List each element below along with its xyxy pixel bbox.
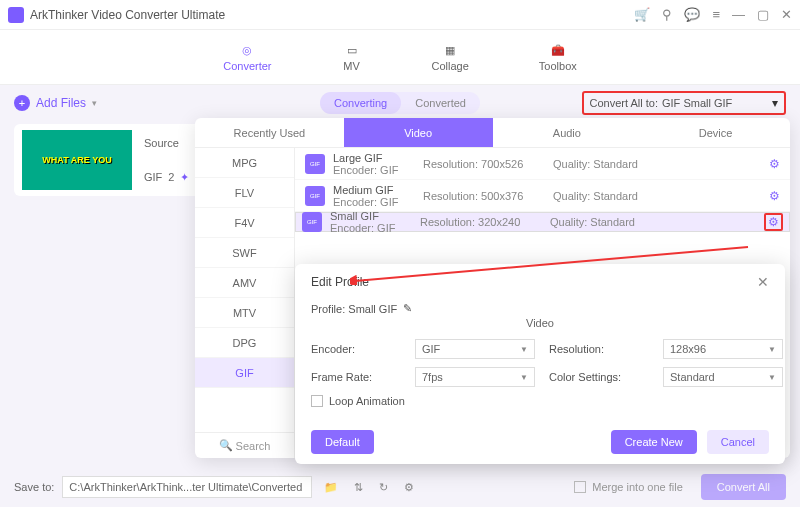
profile-label: Profile: [311, 303, 345, 315]
format-row[interactable]: GIF Large GIF Encoder: GIF Resolution: 7… [295, 148, 790, 180]
format-row-selected[interactable]: GIF Small GIF Encoder: GIF Resolution: 3… [295, 212, 790, 232]
chevron-down-icon: ▼ [520, 373, 528, 382]
format-row[interactable]: GIF Medium GIF Encoder: GIF Resolution: … [295, 180, 790, 212]
framerate-label: Frame Rate: [311, 371, 401, 383]
fmt-tab-audio[interactable]: Audio [493, 118, 642, 147]
option-icon[interactable]: ↻ [375, 481, 392, 494]
format-name: Small GIF [330, 210, 415, 222]
minimize-icon[interactable]: — [732, 7, 745, 22]
format-encoder: Encoder: GIF [330, 222, 420, 234]
convert-all-label: Convert All to: [590, 97, 658, 109]
format-encoder: Encoder: GIF [333, 164, 423, 176]
fmt-cat[interactable]: FLV [195, 178, 294, 208]
fmt-cat[interactable]: DPG [195, 328, 294, 358]
resolution-label: Resolution: [549, 343, 649, 355]
format-search[interactable]: 🔍 Search [195, 432, 294, 458]
tab-label: MV [343, 60, 360, 72]
fmt-tab-device[interactable]: Device [641, 118, 790, 147]
maximize-icon[interactable]: ▢ [757, 7, 769, 22]
key-icon[interactable]: ⚲ [662, 7, 672, 22]
default-button[interactable]: Default [311, 430, 374, 454]
star-icon[interactable]: ✦ [180, 171, 189, 184]
checkbox-icon [574, 481, 586, 493]
format-resolution: Resolution: 320x240 [420, 216, 550, 228]
format-name: Large GIF [333, 152, 418, 164]
converter-icon: ◎ [237, 42, 257, 58]
merge-label: Merge into one file [592, 481, 683, 493]
fmt-cat[interactable]: F4V [195, 208, 294, 238]
fmt-tab-recent[interactable]: Recently Used [195, 118, 344, 147]
source-label: Source [144, 137, 189, 149]
format-resolution: Resolution: 700x526 [423, 158, 553, 170]
search-label: Search [236, 440, 271, 452]
loop-label: Loop Animation [329, 395, 405, 407]
tab-mv[interactable]: ▭ MV [342, 30, 362, 84]
option-icon[interactable]: ⇅ [350, 481, 367, 494]
option-icon[interactable]: ⚙ [400, 481, 418, 494]
encoder-label: Encoder: [311, 343, 401, 355]
merge-checkbox[interactable]: Merge into one file [574, 481, 683, 493]
fmt-tab-video[interactable]: Video [344, 118, 493, 147]
gear-icon[interactable]: ⚙ [764, 213, 783, 231]
edit-profile-popup: Edit Profile ✕ Profile: Small GIF ✎ Vide… [295, 264, 785, 464]
save-path-value: C:\ArkThinker\ArkThink...ter Ultimate\Co… [69, 481, 302, 493]
format-badge: GIF [144, 171, 162, 183]
color-select[interactable]: Standard▼ [663, 367, 783, 387]
tab-converter[interactable]: ◎ Converter [223, 30, 271, 84]
section-video: Video [311, 317, 769, 329]
chevron-down-icon: ▾ [92, 98, 97, 108]
tab-label: Collage [432, 60, 469, 72]
loop-animation-checkbox[interactable]: Loop Animation [311, 395, 769, 407]
cancel-button[interactable]: Cancel [707, 430, 769, 454]
fmt-cat[interactable]: SWF [195, 238, 294, 268]
toolbox-icon: 🧰 [548, 42, 568, 58]
status-pills: Converting Converted [320, 92, 480, 114]
format-name: Medium GIF [333, 184, 418, 196]
chevron-down-icon: ▼ [520, 345, 528, 354]
encoder-value: GIF [422, 343, 440, 355]
resolution-value: 128x96 [670, 343, 706, 355]
item-count: 2 [168, 171, 174, 183]
add-files-button[interactable]: + Add Files ▾ [14, 95, 97, 111]
chevron-down-icon: ▼ [768, 373, 776, 382]
gear-icon[interactable]: ⚙ [769, 189, 780, 203]
pill-converted[interactable]: Converted [401, 92, 480, 114]
cart-icon[interactable]: 🛒 [634, 7, 650, 22]
fmt-cat[interactable]: AMV [195, 268, 294, 298]
chevron-down-icon: ▼ [768, 345, 776, 354]
tab-collage[interactable]: ▦ Collage [432, 30, 469, 84]
feedback-icon[interactable]: 💬 [684, 7, 700, 22]
chevron-down-icon: ▾ [772, 96, 778, 110]
add-files-label: Add Files [36, 96, 86, 110]
app-logo [8, 7, 24, 23]
thumbnail-caption: WHAT ARE YOU [42, 155, 111, 165]
convert-all-dropdown[interactable]: Convert All to: GIF Small GIF ▾ [582, 91, 786, 115]
format-encoder: Encoder: GIF [333, 196, 423, 208]
tab-toolbox[interactable]: 🧰 Toolbox [539, 30, 577, 84]
mv-icon: ▭ [342, 42, 362, 58]
encoder-select[interactable]: GIF▼ [415, 339, 535, 359]
fmt-cat[interactable]: MPG [195, 148, 294, 178]
menu-icon[interactable]: ≡ [712, 7, 720, 22]
pencil-icon[interactable]: ✎ [403, 302, 412, 315]
create-new-button[interactable]: Create New [611, 430, 697, 454]
format-quality: Quality: Standard [553, 158, 653, 170]
edit-profile-title: Edit Profile [311, 275, 369, 289]
convert-all-button[interactable]: Convert All [701, 474, 786, 500]
search-icon: 🔍 [219, 439, 233, 452]
thumbnail[interactable]: WHAT ARE YOU [22, 130, 132, 190]
fmt-cat[interactable]: GIF [195, 358, 294, 388]
save-path-field[interactable]: C:\ArkThinker\ArkThink...ter Ultimate\Co… [62, 476, 312, 498]
format-quality: Quality: Standard [553, 190, 653, 202]
pill-converting[interactable]: Converting [320, 92, 401, 114]
save-to-label: Save to: [14, 481, 54, 493]
folder-icon[interactable]: 📁 [320, 481, 342, 494]
color-value: Standard [670, 371, 715, 383]
close-icon[interactable]: ✕ [757, 274, 769, 290]
close-icon[interactable]: ✕ [781, 7, 792, 22]
resolution-select[interactable]: 128x96▼ [663, 339, 783, 359]
fmt-cat[interactable]: MTV [195, 298, 294, 328]
gif-icon: GIF [305, 186, 325, 206]
gear-icon[interactable]: ⚙ [769, 157, 780, 171]
framerate-select[interactable]: 7fps▼ [415, 367, 535, 387]
